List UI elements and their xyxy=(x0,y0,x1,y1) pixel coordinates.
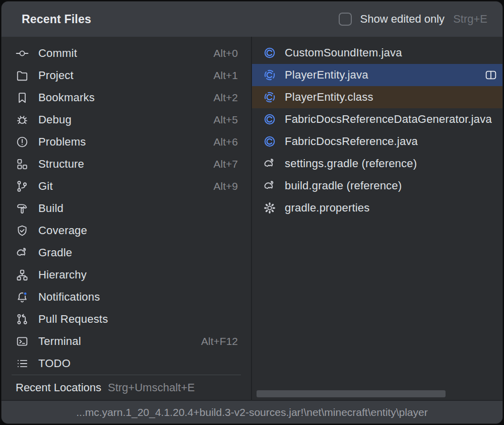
java-class-icon xyxy=(263,135,276,148)
terminal-icon xyxy=(16,335,29,348)
toolwindow-item-structure[interactable]: StructureAlt+7 xyxy=(2,153,251,175)
git-branch-icon xyxy=(16,180,29,193)
toolwindow-shortcut: Alt+1 xyxy=(214,69,238,82)
toolwindow-panel: CommitAlt+0ProjectAlt+1BookmarksAlt+2Deb… xyxy=(2,37,252,400)
toolwindow-item-hierarchy[interactable]: Hierarchy xyxy=(2,264,251,286)
file-item-settings-gradle-reference[interactable]: settings.gradle (reference) xyxy=(252,153,502,175)
pull-request-icon xyxy=(16,313,29,326)
java-class-icon xyxy=(263,113,276,126)
file-list-panel: CustomSoundItem.javaPlayerEntity.javaPla… xyxy=(252,37,502,400)
toolwindow-label: Gradle xyxy=(38,246,72,259)
toolwindow-item-notifications[interactable]: Notifications xyxy=(2,286,251,308)
toolwindow-label: Debug xyxy=(38,113,72,126)
toolwindow-label: Notifications xyxy=(38,291,100,304)
toolwindow-label: Git xyxy=(38,180,53,193)
java-class-icon xyxy=(263,46,276,59)
toolwindow-shortcut: Alt+9 xyxy=(214,180,238,192)
toolwindow-label: Coverage xyxy=(38,224,87,237)
recent-locations-shortcut: Strg+Umschalt+E xyxy=(108,381,195,394)
file-item-fabricdocsreference-java[interactable]: FabricDocsReference.java xyxy=(252,130,502,153)
problems-icon xyxy=(16,135,29,149)
status-bar: ...mc.yarn.1_20_4.1.20.4+build.3-v2-sour… xyxy=(2,400,502,423)
split-vertically-icon[interactable] xyxy=(484,68,497,82)
gradle-elephant-icon xyxy=(263,179,276,192)
folder-icon xyxy=(16,69,29,82)
file-name: PlayerEntity.java xyxy=(285,68,368,82)
toolwindow-item-project[interactable]: ProjectAlt+1 xyxy=(2,64,251,87)
toolwindow-label: Problems xyxy=(38,135,86,149)
status-path: ...mc.yarn.1_20_4.1.20.4+build.3-v2-sour… xyxy=(76,406,427,418)
commit-icon xyxy=(16,47,29,60)
recent-locations-label: Recent Locations xyxy=(16,381,101,394)
toolwindow-label: Structure xyxy=(38,158,84,171)
horizontal-scrollbar[interactable] xyxy=(257,390,446,397)
file-name: gradle.properties xyxy=(285,201,370,215)
file-name: settings.gradle (reference) xyxy=(285,157,417,170)
toolwindow-list: CommitAlt+0ProjectAlt+1BookmarksAlt+2Deb… xyxy=(2,42,251,375)
toolwindow-item-debug[interactable]: DebugAlt+5 xyxy=(2,109,251,131)
toolwindow-item-problems[interactable]: ProblemsAlt+6 xyxy=(2,131,251,153)
show-edited-only-shortcut: Strg+E xyxy=(453,13,487,26)
toolwindow-item-build[interactable]: Build xyxy=(2,197,251,220)
toolwindow-item-coverage[interactable]: Coverage xyxy=(2,220,251,242)
bookmark-icon xyxy=(16,91,29,104)
structure-icon xyxy=(16,158,29,171)
bug-icon xyxy=(16,113,29,126)
gradle-elephant-icon xyxy=(263,157,276,170)
toolwindow-shortcut: Alt+6 xyxy=(214,136,238,148)
bell-notification-icon xyxy=(16,291,29,304)
file-name: build.gradle (reference) xyxy=(285,179,402,192)
file-item-customsounditem-java[interactable]: CustomSoundItem.java xyxy=(252,42,502,64)
toolwindow-label: Build xyxy=(38,202,64,215)
toolwindow-item-todo[interactable]: TODO xyxy=(2,352,251,375)
popup-body: CommitAlt+0ProjectAlt+1BookmarksAlt+2Deb… xyxy=(2,37,502,400)
file-item-playerentity-java[interactable]: PlayerEntity.java xyxy=(252,64,502,86)
toolwindow-shortcut: Alt+7 xyxy=(214,158,238,170)
toolwindow-label: Pull Requests xyxy=(38,313,108,326)
toolwindow-label: Hierarchy xyxy=(38,268,87,281)
toolwindow-label: Project xyxy=(38,69,74,82)
file-name: FabricDocsReference.java xyxy=(285,135,418,148)
hierarchy-icon xyxy=(16,268,29,281)
toolwindow-shortcut: Alt+2 xyxy=(214,92,238,104)
file-item-playerentity-class[interactable]: PlayerEntity.class xyxy=(252,86,502,108)
file-item-build-gradle-reference[interactable]: build.gradle (reference) xyxy=(252,175,502,197)
file-item-gradle-properties[interactable]: gradle.properties xyxy=(252,197,502,219)
file-item-fabricdocsreferencedatagenerator-java[interactable]: FabricDocsReferenceDataGenerator.java xyxy=(252,108,502,130)
toolwindow-item-terminal[interactable]: TerminalAlt+F12 xyxy=(2,330,251,352)
hammer-icon xyxy=(16,202,29,215)
toolwindow-shortcut: Alt+0 xyxy=(214,47,238,59)
recent-locations-button[interactable]: Recent Locations Strg+Umschalt+E xyxy=(2,375,251,400)
popup-title: Recent Files xyxy=(22,13,91,26)
recent-files-popup: Recent Files Show edited only Strg+E Com… xyxy=(1,1,503,424)
toolwindow-label: Bookmarks xyxy=(38,91,95,104)
java-class-dashed-icon xyxy=(263,68,276,82)
show-edited-only-checkbox[interactable] xyxy=(339,13,352,26)
file-name: PlayerEntity.class xyxy=(285,91,373,104)
popup-header: Recent Files Show edited only Strg+E xyxy=(2,2,502,37)
toolwindow-shortcut: Alt+F12 xyxy=(201,335,238,347)
toolwindow-item-pull-requests[interactable]: Pull Requests xyxy=(2,308,251,330)
toolwindow-label: TODO xyxy=(38,357,71,370)
file-name: FabricDocsReferenceDataGenerator.java xyxy=(285,113,492,126)
toolwindow-item-gradle[interactable]: Gradle xyxy=(2,242,251,264)
java-class-dashed-icon xyxy=(263,91,276,104)
toolwindow-label: Commit xyxy=(38,47,77,60)
show-edited-only-control: Show edited only Strg+E xyxy=(339,13,487,26)
toolwindow-label: Terminal xyxy=(38,335,81,348)
toolwindow-item-commit[interactable]: CommitAlt+0 xyxy=(2,42,251,64)
file-name: CustomSoundItem.java xyxy=(285,46,402,59)
gear-icon xyxy=(263,201,276,215)
file-list: CustomSoundItem.javaPlayerEntity.javaPla… xyxy=(252,42,502,219)
toolwindow-item-bookmarks[interactable]: BookmarksAlt+2 xyxy=(2,87,251,109)
toolwindow-shortcut: Alt+5 xyxy=(214,114,238,126)
shield-check-icon xyxy=(16,224,29,237)
show-edited-only-label: Show edited only xyxy=(360,13,445,26)
toolwindow-item-git[interactable]: GitAlt+9 xyxy=(2,175,251,197)
todo-list-icon xyxy=(16,357,29,370)
gradle-elephant-icon xyxy=(16,246,29,259)
